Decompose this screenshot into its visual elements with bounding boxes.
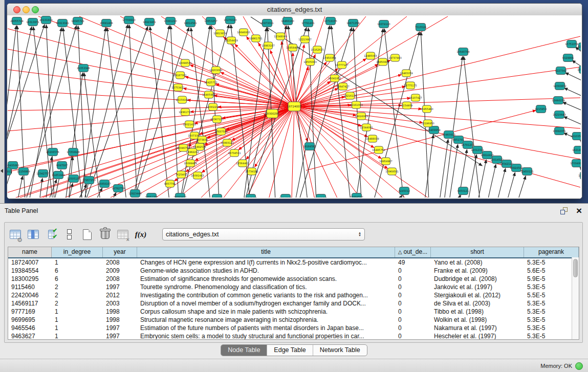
graph-node-teal[interactable]: 17957253 bbox=[82, 177, 95, 184]
graph-node-18300295[interactable]: 18300295 bbox=[265, 110, 279, 118]
graph-node-teal[interactable]: 17034914 bbox=[570, 160, 581, 167]
graph-node-yellow[interactable]: 12254419 bbox=[225, 37, 237, 44]
graph-node-teal[interactable]: 12845011 bbox=[244, 194, 257, 198]
graph-node-teal[interactable]: 18313971 bbox=[26, 18, 39, 26]
table-row[interactable]: 969969511998Structural magnetic resonanc… bbox=[8, 316, 579, 324]
graph-node-yellow[interactable]: 5873831 bbox=[197, 136, 208, 143]
graph-node-yellow[interactable]: 14505083 bbox=[303, 58, 316, 65]
graph-node-yellow[interactable]: 9154409 bbox=[401, 102, 412, 109]
graph-node-teal[interactable]: 20691406 bbox=[100, 19, 113, 27]
table-scrollbar[interactable] bbox=[572, 257, 579, 339]
column-select-icon[interactable] bbox=[26, 227, 41, 242]
graph-node-yellow[interactable]: 16041952 bbox=[328, 75, 341, 82]
graph-node-teal[interactable]: 21053346 bbox=[77, 64, 90, 72]
graph-node-yellow[interactable]: 14616063 bbox=[355, 113, 367, 120]
function-icon[interactable]: f(x) bbox=[133, 227, 148, 242]
graph-node-yellow[interactable]: 19361711 bbox=[179, 108, 191, 116]
tab-node-table[interactable]: Node Table bbox=[221, 345, 267, 356]
graph-node-yellow[interactable]: 15955460 bbox=[420, 105, 433, 113]
graph-node-yellow[interactable]: 11544091 bbox=[360, 124, 373, 131]
table-scrollbar-thumb[interactable] bbox=[573, 259, 578, 277]
graph-node-teal[interactable]: 19045721 bbox=[71, 17, 84, 25]
graph-node-teal[interactable]: 10551201 bbox=[145, 193, 158, 198]
graph-node-teal[interactable]: 9450121 bbox=[458, 187, 469, 195]
network-canvas[interactable]: 2405572418313971201318101691304119045721… bbox=[7, 15, 582, 199]
graph-node-teal[interactable]: 20206576 bbox=[46, 148, 59, 156]
graph-node-teal[interactable]: 16249101 bbox=[279, 194, 292, 198]
graph-node-yellow[interactable]: 12564401 bbox=[236, 160, 249, 167]
graph-node-teal[interactable]: 17709910 bbox=[122, 16, 135, 24]
new-file-icon[interactable] bbox=[79, 227, 95, 242]
column-header-year[interactable]: year bbox=[103, 247, 137, 257]
graph-node-yellow[interactable]: 18775175 bbox=[404, 82, 417, 89]
graph-node-teal[interactable]: 9851791 bbox=[453, 136, 464, 144]
graph-node-teal[interactable]: 13924110 bbox=[578, 172, 581, 180]
graph-node-yellow[interactable]: 18302210 bbox=[206, 103, 219, 111]
graph-node-teal[interactable]: 8215953 bbox=[535, 105, 547, 113]
graph-node-teal[interactable]: 16210643 bbox=[553, 111, 565, 119]
graph-node-teal[interactable]: 11451944 bbox=[52, 171, 64, 179]
network-table-select[interactable]: citations_edges.txt ▲▼ bbox=[162, 228, 365, 240]
graph-node-yellow[interactable]: 14203091 bbox=[209, 67, 222, 74]
table-row[interactable]: 1456911722003Disruption of a novel membe… bbox=[8, 299, 579, 308]
graph-node-teal[interactable]: 18923401 bbox=[143, 18, 156, 26]
graph-node-teal[interactable]: 10460913 bbox=[442, 131, 455, 139]
column-header-pagerank[interactable]: pagerank bbox=[524, 247, 579, 257]
column-header-short[interactable]: short bbox=[431, 247, 524, 257]
graph-node-teal[interactable]: 11156869 bbox=[17, 168, 30, 176]
graph-node-teal[interactable]: 20131810 bbox=[39, 16, 52, 24]
graph-node-teal[interactable]: 9465120 bbox=[211, 194, 223, 198]
graph-node-teal[interactable]: 16958107 bbox=[98, 180, 111, 188]
graph-node-teal[interactable]: 12923448 bbox=[128, 190, 141, 198]
graph-node-yellow[interactable]: 12485093 bbox=[364, 52, 377, 59]
graph-node-teal[interactable]: 12450121 bbox=[520, 168, 533, 176]
graph-node-yellow[interactable]: 7625402 bbox=[176, 171, 187, 178]
graph-node-teal[interactable]: 10653257 bbox=[204, 17, 217, 25]
column-header-title[interactable]: title bbox=[137, 247, 395, 257]
graph-node-yellow[interactable]: 12213987 bbox=[298, 36, 311, 43]
graph-node-teal[interactable]: 16214091 bbox=[572, 146, 581, 154]
graph-node-yellow[interactable]: 16405901 bbox=[202, 91, 215, 98]
graph-node-yellow[interactable]: 19861791 bbox=[249, 35, 262, 42]
close-panel-icon[interactable]: × bbox=[576, 204, 582, 217]
graph-node-teal[interactable]: 16466160 bbox=[281, 17, 294, 25]
graph-node-yellow[interactable]: 14187301 bbox=[173, 72, 186, 79]
graph-node-teal[interactable]: 12444159 bbox=[552, 97, 564, 104]
table-row[interactable]: 1872400712008Changes of HCN gene express… bbox=[8, 258, 579, 267]
graph-node-teal[interactable]: 12342757 bbox=[36, 170, 49, 178]
graph-node-hub[interactable]: 18724007 bbox=[287, 102, 302, 111]
graph-node-teal[interactable]: 10994522 bbox=[350, 193, 363, 198]
tab-network-table[interactable]: Network Table bbox=[313, 345, 367, 356]
graph-node-teal[interactable]: 15276020 bbox=[224, 16, 236, 24]
table-row[interactable]: 1830029562008Estimation of significance … bbox=[8, 275, 579, 283]
graph-node-teal[interactable]: 10191201 bbox=[314, 194, 327, 198]
graph-node-teal[interactable]: 16409954 bbox=[427, 126, 440, 134]
graph-node-teal[interactable]: 10719155 bbox=[324, 17, 337, 25]
table-row[interactable]: 2242004622012Investigating the contribut… bbox=[8, 291, 579, 299]
table-settings-icon[interactable] bbox=[8, 227, 23, 242]
graph-node-yellow[interactable]: 18813974 bbox=[213, 30, 226, 37]
graph-node-teal[interactable]: 16791201 bbox=[461, 141, 474, 149]
rows-icon[interactable] bbox=[61, 227, 77, 242]
graph-node-yellow[interactable]: 16465059 bbox=[400, 70, 412, 77]
graph-node-teal[interactable]: 12505135 bbox=[67, 175, 80, 183]
row-select-icon[interactable] bbox=[43, 227, 59, 242]
graph-node-teal[interactable]: 15991210 bbox=[164, 17, 177, 25]
graph-node-yellow[interactable]: 16098531 bbox=[179, 59, 191, 67]
graph-node-teal[interactable]: 16782759 bbox=[112, 185, 124, 192]
graph-node-teal[interactable]: 16093411 bbox=[173, 193, 186, 198]
graph-node-teal[interactable]: 16913041 bbox=[56, 19, 69, 27]
table-row[interactable]: 911546021997Tourette syndrome. Phenomeno… bbox=[8, 283, 579, 291]
graph-node-teal[interactable]: 19814561 bbox=[184, 19, 197, 27]
graph-node-yellow[interactable]: 16488039 bbox=[366, 135, 379, 142]
graph-node-yellow[interactable]: 9857791 bbox=[164, 180, 176, 187]
graph-node-teal[interactable]: 24055724 bbox=[10, 17, 23, 25]
graph-node-teal[interactable]: 9245012 bbox=[399, 187, 410, 195]
panel-collapse-arrow-icon[interactable] bbox=[1, 169, 3, 173]
column-header-in-degree[interactable]: in_degree bbox=[52, 247, 103, 257]
graph-node-teal[interactable]: 15692371 bbox=[553, 127, 565, 135]
network-graph[interactable]: 2405572418313971201318101691304119045721… bbox=[7, 15, 581, 198]
graph-node-teal[interactable]: 12012311 bbox=[471, 146, 484, 154]
graph-node-yellow[interactable]: 20367113 bbox=[210, 116, 223, 123]
graph-node-teal[interactable]: 3915911 bbox=[7, 168, 12, 176]
